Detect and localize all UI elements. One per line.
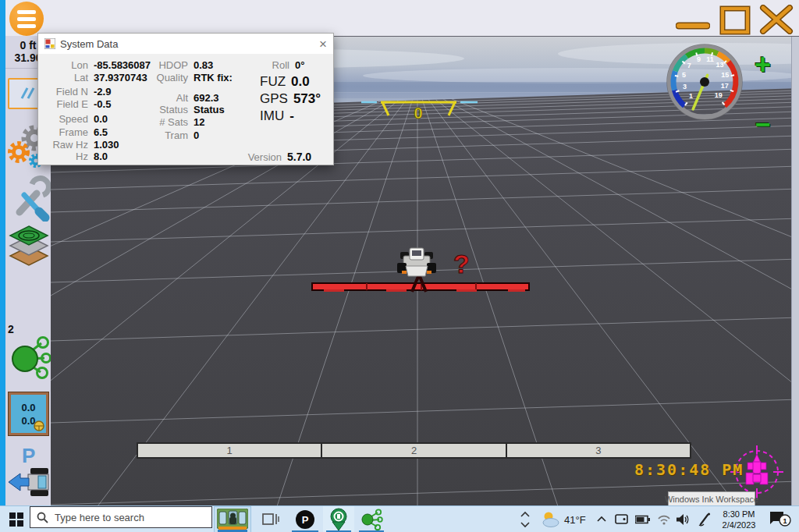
taskbar-agopengps-app[interactable]	[214, 506, 251, 532]
maximize-button[interactable]	[719, 5, 751, 35]
stat-value: 6.5	[94, 126, 108, 138]
taskbar-search-input[interactable]: Type here to search	[30, 506, 212, 528]
battery-tray-icon[interactable]	[635, 506, 651, 532]
dialog-title-bar[interactable]: System Data ×	[38, 34, 333, 54]
stat-label: Speed	[43, 113, 88, 125]
task-view-icon	[261, 512, 280, 527]
stat-label: Lon	[43, 59, 88, 71]
taskbar-agio-app[interactable]	[323, 506, 354, 532]
notification-badge: 1	[783, 517, 787, 525]
taskbar-date: 2/4/2023	[723, 520, 756, 530]
stat-label: Alt	[141, 92, 188, 104]
stat-value: -	[289, 108, 294, 124]
stat-label: Frame	[43, 126, 88, 138]
stat-label: GPS	[260, 91, 288, 107]
windows-taskbar: Type here to search P	[0, 505, 799, 532]
system-data-dialog: System Data × Lon-85.5836087 Lat37.93707…	[37, 33, 334, 165]
svg-text:19: 19	[715, 91, 723, 99]
volume-tray-icon[interactable]	[676, 506, 690, 532]
park-tractor-icon	[7, 465, 51, 501]
hatch-mark-icon	[27, 87, 35, 99]
tractor-cab-icon	[217, 509, 248, 530]
wifi-tray-icon[interactable]	[657, 506, 671, 532]
weather-widget[interactable]: 41°F	[540, 506, 586, 532]
taskbar-network-app[interactable]	[356, 506, 387, 532]
ink-workspace-tooltip: Windows Ink Workspace	[668, 491, 755, 506]
stat-value: 12	[194, 116, 204, 128]
main-menu-button[interactable]	[9, 2, 44, 36]
stat-label: Field E	[43, 98, 88, 110]
stat-label: FUZ	[260, 74, 286, 90]
stat-value: -2.9	[94, 86, 111, 98]
svg-text:3: 3	[683, 83, 687, 90]
stat-label: Hz	[43, 151, 88, 162]
pen-tray-icon[interactable]	[698, 506, 712, 532]
section-1[interactable]: 1	[137, 442, 322, 459]
molecule-small-icon	[360, 509, 383, 530]
network-button[interactable]	[9, 335, 51, 386]
stat-value: 0	[194, 129, 199, 141]
stat-value: 0.83	[194, 59, 213, 71]
stat-value: 0.0	[94, 113, 108, 125]
section-control-bar: 1 2 3	[137, 442, 691, 459]
steering-wheel-icon	[33, 420, 45, 432]
stat-value: 0.0	[291, 74, 310, 90]
taskbar-p-app[interactable]: P	[289, 506, 321, 532]
field-layers-button[interactable]	[8, 225, 50, 278]
right-panel-strip	[791, 37, 799, 505]
stat-value: 1.030	[94, 139, 119, 151]
zoom-out-button[interactable]: −	[755, 115, 771, 133]
task-view-button[interactable]	[256, 506, 286, 532]
park-vehicle-button[interactable]	[7, 465, 51, 503]
stat-label: IMU	[260, 108, 284, 124]
search-icon	[37, 512, 48, 523]
weather-temp: 41°F	[564, 514, 586, 526]
stat-value: 692.3	[194, 92, 219, 104]
p-app-icon: P	[296, 510, 314, 529]
search-placeholder: Type here to search	[55, 512, 144, 523]
svg-text:1: 1	[689, 92, 693, 100]
dialog-close-icon[interactable]: ×	[319, 37, 327, 51]
stat-label: Lat	[43, 72, 88, 83]
svg-text:15: 15	[721, 71, 729, 79]
taskbar-clock[interactable]: 8:30 PM 2/4/2023	[715, 506, 763, 532]
steer-values-button[interactable]: 0.0 0.0	[9, 392, 48, 435]
hamburger-icon	[17, 10, 36, 14]
steer-value-1: 0.0	[11, 401, 46, 414]
svg-text:9: 9	[697, 55, 701, 63]
close-button[interactable]	[758, 5, 794, 34]
tools-button[interactable]	[9, 175, 51, 224]
layers-icon	[8, 225, 50, 276]
stat-label: Roll	[258, 59, 289, 71]
version-value: 5.7.0	[287, 151, 311, 163]
section-2[interactable]: 2	[321, 442, 506, 459]
map-pin-icon	[327, 508, 350, 531]
stat-value: RTK fix:	[194, 72, 233, 83]
stat-value: 573°	[293, 91, 321, 107]
show-hidden-icons[interactable]	[596, 506, 607, 532]
section-3[interactable]: 3	[506, 442, 691, 459]
stat-label: Tram	[141, 129, 188, 141]
minimize-button[interactable]	[676, 20, 710, 31]
stat-value: 37.9370743	[94, 72, 147, 83]
start-button[interactable]	[9, 512, 23, 527]
zoom-in-button[interactable]: +	[755, 52, 771, 77]
stat-value: -0.5	[94, 98, 111, 110]
implement-bar	[312, 283, 529, 292]
counter-badge: 2	[8, 323, 14, 335]
display-tray-icon[interactable]	[615, 506, 629, 532]
taskbar-scroll-arrows[interactable]	[520, 506, 531, 532]
svg-text:7: 7	[687, 62, 691, 69]
stat-label: Status	[141, 104, 188, 115]
stat-value: 0°	[295, 59, 304, 71]
stat-label: Field N	[43, 86, 88, 98]
taskbar-time: 8:30 PM	[723, 509, 755, 520]
stat-label: # Sats	[141, 116, 188, 128]
stat-label: HDOP	[141, 59, 188, 71]
dialog-title: System Data	[60, 38, 118, 50]
stat-label: Raw Hz	[43, 139, 88, 151]
svg-text:11: 11	[706, 55, 714, 63]
version-label: Version	[213, 151, 282, 163]
field-clock: 8:30:48 PM	[634, 460, 744, 479]
notification-center-button[interactable]: 1	[769, 506, 791, 532]
